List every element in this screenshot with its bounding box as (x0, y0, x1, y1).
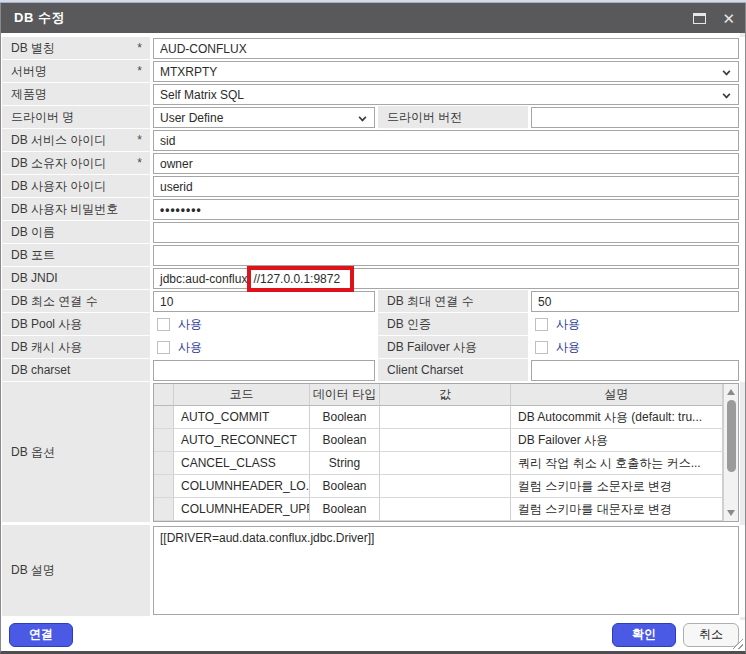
close-icon[interactable]: ✕ (722, 11, 735, 26)
db-cache-use-checkbox[interactable] (157, 341, 170, 354)
db-alias-input[interactable] (153, 38, 739, 59)
db-port-input[interactable] (153, 245, 739, 266)
cell-type: Boolean (310, 406, 380, 429)
cell-value[interactable] (380, 498, 511, 521)
table-row[interactable]: AUTO_RECONNECT Boolean DB Failover 사용 (154, 429, 723, 452)
cell-value[interactable] (380, 475, 511, 498)
required-mark: * (137, 41, 142, 55)
cell-code: COLUMNHEADER_LO.. (174, 475, 310, 498)
cancel-button[interactable]: 취소 (683, 623, 739, 647)
db-pool-use-checkbox[interactable] (157, 318, 170, 331)
db-name-input[interactable] (153, 222, 739, 243)
row-db-port: DB 포트 (2, 244, 745, 267)
db-auth-label: DB 인증 (387, 316, 431, 333)
db-max-conn-input[interactable] (531, 291, 739, 312)
client-charset-input[interactable] (531, 360, 739, 381)
db-failover-use-label: DB Failover 사용 (387, 339, 477, 356)
chevron-down-icon (723, 91, 731, 99)
db-failover-use-checkbox[interactable] (535, 341, 548, 354)
cell-desc: 쿼리 작업 취소 시 호출하는 커스... (511, 452, 723, 475)
row-db-cache-failover: DB 캐시 사용 사용 DB Failover 사용 사용 (2, 336, 745, 359)
db-jndi-highlight-red-box: //127.0.0.1:9872 (247, 266, 354, 292)
required-mark: * (137, 156, 142, 170)
options-table-header: 코드 데이터 타입 값 설명 (154, 384, 723, 406)
scrollbar-thumb[interactable] (727, 400, 736, 472)
row-db-user-id: DB 사용자 아이디 (2, 175, 745, 198)
row-server-name: 서버명* MTXRPTY (2, 60, 745, 83)
row-db-owner-id: DB 소유자 아이디* (2, 152, 745, 175)
row-product-name: 제품명 Self Matrix SQL (2, 83, 745, 106)
driver-version-label: 드라이버 버전 (387, 109, 462, 126)
table-row[interactable]: COLUMNHEADER_UPP.. Boolean 컬럼 스키마를 대문자로 … (154, 498, 723, 521)
cell-type: Boolean (310, 429, 380, 452)
table-row[interactable]: CANCEL_CLASS String 쿼리 작업 취소 시 호출하는 커스..… (154, 452, 723, 475)
col-header-value: 값 (380, 384, 511, 406)
cell-value[interactable] (380, 406, 511, 429)
db-service-id-input[interactable] (153, 130, 739, 151)
cell-type: Boolean (310, 498, 380, 521)
col-header-type: 데이터 타입 (310, 384, 380, 406)
connect-button[interactable]: 연결 (9, 623, 73, 647)
dialog-titlebar: DB 수정 ✕ (1, 3, 745, 33)
cell-desc: 컬럼 스키마를 대문자로 변경 (511, 498, 723, 521)
table-row[interactable]: COLUMNHEADER_LO.. Boolean 컬럼 스키마를 소문자로 변… (154, 475, 723, 498)
cell-code: AUTO_RECONNECT (174, 429, 310, 452)
db-user-password-input[interactable] (153, 199, 739, 220)
db-description-label: DB 설명 (11, 562, 55, 579)
cell-type: Boolean (310, 475, 380, 498)
col-header-code: 코드 (174, 384, 310, 406)
cell-value[interactable] (380, 452, 511, 475)
cell-code: COLUMNHEADER_UPP.. (174, 498, 310, 521)
ok-button[interactable]: 확인 (612, 623, 676, 647)
db-options-label: DB 옵션 (11, 444, 55, 461)
db-auth-checkbox-label: 사용 (556, 316, 580, 333)
db-auth-checkbox[interactable] (535, 318, 548, 331)
chevron-down-icon (359, 114, 367, 122)
db-pool-use-label: DB Pool 사용 (11, 316, 82, 333)
server-name-select[interactable]: MTXRPTY (153, 61, 739, 82)
cell-desc: 컬럼 스키마를 소문자로 변경 (511, 475, 723, 498)
db-charset-input[interactable] (153, 360, 375, 381)
row-selector[interactable] (154, 498, 174, 521)
cell-value[interactable] (380, 429, 511, 452)
db-service-id-label: DB 서비스 아이디 (11, 132, 106, 149)
db-description-textarea[interactable] (153, 526, 739, 615)
form-body: DB 별칭* 서버명* MTXRPTY 제품명 Self Matrix SQL (1, 33, 745, 620)
db-user-id-label: DB 사용자 아이디 (11, 178, 106, 195)
db-cache-use-checkbox-label: 사용 (178, 339, 202, 356)
row-db-alias: DB 별칭* (2, 37, 745, 60)
row-selector[interactable] (154, 452, 174, 475)
restore-window-icon[interactable] (693, 13, 706, 24)
row-db-name: DB 이름 (2, 221, 745, 244)
driver-version-input[interactable] (531, 107, 739, 128)
row-selector[interactable] (154, 406, 174, 429)
driver-name-select[interactable]: User Define (153, 107, 375, 128)
db-min-conn-label: DB 최소 연결 수 (11, 293, 98, 310)
chevron-down-icon (723, 68, 731, 76)
server-name-label: 서버명 (11, 63, 47, 80)
db-jndi-input[interactable]: jdbc:aud-conflux//127.0.0.1:9872 (153, 268, 739, 289)
db-edit-dialog: DB 수정 ✕ DB 별칭* 서버명* MTXRPTY 제품명 (0, 3, 746, 654)
scroll-up-icon[interactable] (727, 389, 735, 395)
db-user-password-label: DB 사용자 비밀번호 (11, 201, 118, 218)
driver-name-label: 드라이버 명 (11, 109, 74, 126)
product-name-label: 제품명 (11, 86, 47, 103)
row-selector[interactable] (154, 429, 174, 452)
row-db-description: DB 설명 (2, 525, 745, 617)
db-alias-label: DB 별칭 (11, 40, 55, 57)
cell-desc: DB Failover 사용 (511, 429, 723, 452)
product-name-select[interactable]: Self Matrix SQL (153, 84, 739, 105)
row-selector[interactable] (154, 475, 174, 498)
db-owner-id-label: DB 소유자 아이디 (11, 155, 106, 172)
db-owner-id-input[interactable] (153, 153, 739, 174)
db-cache-use-label: DB 캐시 사용 (11, 339, 82, 356)
cell-desc: DB Autocommit 사용 (default: tru... (511, 406, 723, 429)
db-max-conn-label: DB 최대 연결 수 (387, 293, 474, 310)
db-failover-use-checkbox-label: 사용 (556, 339, 580, 356)
db-min-conn-input[interactable] (153, 291, 375, 312)
scroll-down-icon[interactable] (727, 510, 735, 516)
table-row[interactable]: AUTO_COMMIT Boolean DB Autocommit 사용 (de… (154, 406, 723, 429)
vertical-scrollbar[interactable] (723, 384, 738, 521)
db-user-id-input[interactable] (153, 176, 739, 197)
product-name-value: Self Matrix SQL (160, 88, 244, 102)
